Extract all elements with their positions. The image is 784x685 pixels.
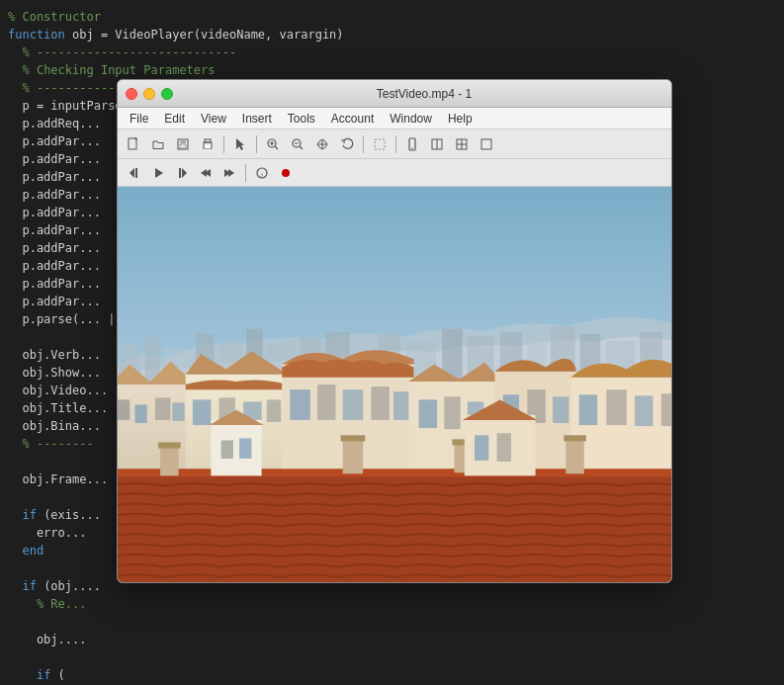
menu-help[interactable]: Help <box>440 108 480 128</box>
video-window: TestVideo.mp4 - 1 File Edit View Insert … <box>117 79 672 583</box>
svg-rect-58 <box>118 399 130 420</box>
svg-rect-82 <box>579 394 597 425</box>
window-title: TestVideo.mp4 - 1 <box>185 87 663 101</box>
toolbar-pan[interactable] <box>310 133 334 155</box>
code-line: % Constructor <box>0 8 784 26</box>
playback-end[interactable] <box>171 163 193 183</box>
minimize-button[interactable] <box>143 88 155 100</box>
svg-rect-60 <box>155 397 170 420</box>
code-line: function obj = VideoPlayer(videoName, va… <box>0 26 784 43</box>
code-line: obj.... <box>0 631 784 648</box>
playback-forward[interactable] <box>218 163 240 183</box>
video-content <box>118 187 671 582</box>
main-toolbar <box>118 129 671 159</box>
svg-rect-97 <box>211 420 261 475</box>
menubar: File Edit View Insert Tools Account Wind… <box>118 108 671 129</box>
toolbar-layout1[interactable] <box>425 133 449 155</box>
svg-rect-5 <box>205 139 211 142</box>
traffic-lights <box>126 88 173 100</box>
toolbar-rotate[interactable] <box>335 133 359 155</box>
svg-rect-74 <box>419 399 437 428</box>
menu-view[interactable]: View <box>193 108 234 128</box>
svg-rect-88 <box>158 442 181 448</box>
toolbar-print[interactable] <box>196 133 219 155</box>
code-line: if ( <box>0 666 784 684</box>
playback-play[interactable] <box>147 163 169 183</box>
svg-rect-28 <box>179 168 181 178</box>
svg-rect-72 <box>393 391 409 420</box>
svg-rect-80 <box>553 396 568 423</box>
svg-rect-95 <box>566 438 583 473</box>
svg-rect-75 <box>444 396 460 429</box>
svg-rect-101 <box>475 435 488 461</box>
svg-rect-102 <box>497 433 511 462</box>
toolbar-phone[interactable] <box>400 133 424 155</box>
svg-rect-69 <box>317 385 335 420</box>
toolbar-separator <box>245 164 246 182</box>
playback-info[interactable]: i <box>251 163 273 183</box>
toolbar-select[interactable] <box>368 133 392 155</box>
menu-edit[interactable]: Edit <box>156 108 193 128</box>
svg-rect-92 <box>341 435 366 441</box>
svg-rect-83 <box>606 389 627 425</box>
code-line <box>0 648 784 666</box>
svg-rect-2 <box>180 139 186 143</box>
close-button[interactable] <box>126 88 137 100</box>
menu-insert[interactable]: Insert <box>234 108 280 128</box>
svg-rect-99 <box>239 438 251 459</box>
playback-record[interactable] <box>275 163 297 183</box>
menu-file[interactable]: File <box>122 108 156 128</box>
titlebar: TestVideo.mp4 - 1 <box>118 80 671 108</box>
svg-rect-68 <box>290 389 310 420</box>
toolbar-separator <box>363 135 364 153</box>
svg-rect-70 <box>343 389 364 420</box>
svg-rect-6 <box>205 145 211 148</box>
toolbar-cursor[interactable] <box>228 133 252 155</box>
svg-marker-26 <box>155 168 163 178</box>
toolbar-zoom-in[interactable] <box>261 133 285 155</box>
code-line: % Checking Input Parameters <box>0 61 784 79</box>
code-line <box>0 613 784 631</box>
svg-rect-87 <box>160 446 178 476</box>
svg-point-17 <box>411 147 413 149</box>
svg-marker-7 <box>236 138 244 150</box>
playback-toolbar: i <box>118 159 671 187</box>
menu-account[interactable]: Account <box>323 108 382 128</box>
svg-rect-59 <box>134 405 146 423</box>
svg-rect-91 <box>343 438 364 473</box>
toolbar-separator <box>256 135 257 153</box>
svg-rect-86 <box>118 469 671 476</box>
toolbar-new[interactable] <box>122 133 145 155</box>
svg-rect-23 <box>481 139 491 149</box>
menu-window[interactable]: Window <box>382 108 440 128</box>
toolbar-separator <box>395 135 396 153</box>
toolbar-separator <box>223 135 224 153</box>
video-display <box>118 187 671 582</box>
toolbar-save[interactable] <box>171 133 195 155</box>
svg-rect-63 <box>193 399 211 425</box>
svg-rect-71 <box>371 386 389 420</box>
playback-rewind[interactable] <box>195 163 217 183</box>
svg-rect-84 <box>635 395 653 426</box>
svg-rect-85 <box>661 393 671 426</box>
svg-line-9 <box>275 146 278 149</box>
toolbar-zoom-out[interactable] <box>286 133 309 155</box>
toolbar-layout2[interactable] <box>450 133 474 155</box>
code-line: % Re... <box>0 595 784 613</box>
svg-rect-66 <box>267 399 281 422</box>
maximize-button[interactable] <box>161 88 173 100</box>
toolbar-open[interactable] <box>146 133 170 155</box>
svg-rect-0 <box>129 138 136 149</box>
menu-tools[interactable]: Tools <box>280 108 323 128</box>
svg-marker-27 <box>182 168 187 178</box>
svg-text:i: i <box>261 170 263 178</box>
svg-marker-24 <box>130 168 134 178</box>
playback-start[interactable] <box>124 163 145 183</box>
video-frame <box>118 187 671 582</box>
toolbar-layout3[interactable] <box>475 133 498 155</box>
svg-line-13 <box>300 146 303 149</box>
svg-rect-61 <box>172 402 184 420</box>
svg-rect-3 <box>180 144 186 148</box>
svg-rect-96 <box>564 435 586 441</box>
code-line: % ---------------------------- <box>0 43 784 61</box>
